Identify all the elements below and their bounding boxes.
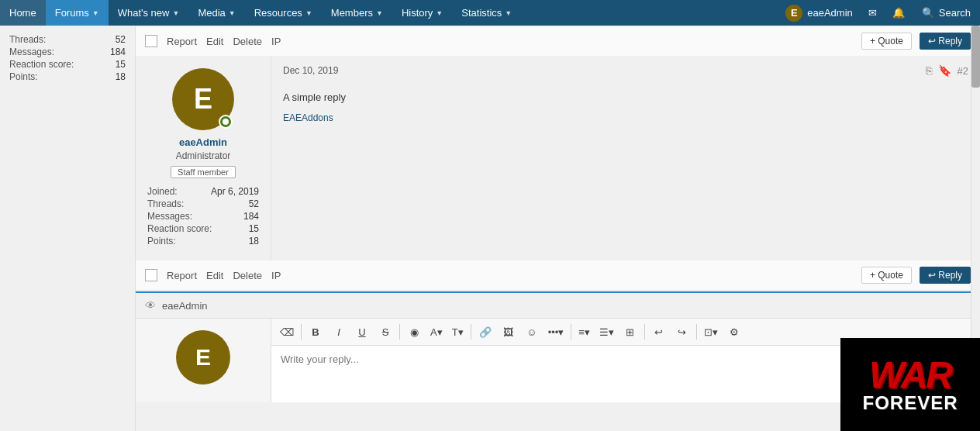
p2-quote-button[interactable]: + Quote bbox=[861, 267, 912, 284]
p2-delete-btn[interactable]: Delete bbox=[233, 270, 262, 281]
nav-user-avatar: E bbox=[785, 5, 802, 22]
edit-button-top[interactable]: Edit bbox=[206, 36, 223, 47]
nav-history-arrow: ▼ bbox=[436, 9, 443, 17]
toolbar-table-btn[interactable]: ⊞ bbox=[619, 322, 641, 342]
post-2-username[interactable]: eaeAdmin bbox=[143, 136, 263, 148]
toolbar-more-btn[interactable]: •••▾ bbox=[544, 322, 568, 342]
nav-user-name: eaeAdmin bbox=[807, 7, 853, 19]
toolbar-align-btn[interactable]: ≡▾ bbox=[575, 322, 594, 342]
toolbar-font-color-btn[interactable]: A▾ bbox=[426, 322, 447, 342]
post-actions-right-top: + Quote ↩ Reply bbox=[861, 33, 971, 50]
toolbar-emoji-btn[interactable]: ☺ bbox=[521, 322, 543, 342]
post-2-body: Dec 10, 2019 ⎘ 🔖 #2 A simple reply EAEAd… bbox=[271, 57, 980, 260]
toolbar-insert-btn[interactable]: ⊡▾ bbox=[700, 322, 722, 342]
toolbar-link-btn[interactable]: 🔗 bbox=[474, 322, 496, 342]
toolbar-strike-btn[interactable]: S bbox=[374, 322, 396, 342]
main-content: Threads: 52 Messages: 184 Reaction score… bbox=[0, 26, 980, 431]
p2-joined-label: Joined: bbox=[147, 186, 178, 197]
share-icon[interactable]: ⎘ bbox=[926, 64, 932, 77]
nav-resources[interactable]: Resources ▼ bbox=[245, 0, 322, 26]
p2-reaction-row: Reaction score: 15 bbox=[147, 223, 259, 234]
report-button-top[interactable]: Report bbox=[167, 36, 197, 47]
post-2-sidebar: E eaeAdmin Administrator Staff member Jo… bbox=[136, 57, 271, 260]
nav-members[interactable]: Members ▼ bbox=[322, 0, 392, 26]
first-post-checkbox[interactable] bbox=[145, 35, 157, 47]
stat-points-row: Points: 18 bbox=[9, 71, 126, 82]
p2-messages-value: 184 bbox=[243, 211, 259, 222]
reply-icon-top: ↩ bbox=[928, 36, 936, 47]
p2-points-label: Points: bbox=[147, 236, 176, 247]
stat-threads-row: Threads: 52 bbox=[9, 34, 126, 45]
eye-icon: 👁 bbox=[145, 299, 156, 312]
nav-forums-label: Forums bbox=[55, 7, 89, 19]
nav-members-arrow: ▼ bbox=[376, 9, 383, 17]
nav-whats-new[interactable]: What's new ▼ bbox=[109, 0, 189, 26]
p2-reply-button[interactable]: ↩ Reply bbox=[920, 267, 971, 284]
post-2-actions-right: + Quote ↩ Reply bbox=[861, 267, 971, 284]
nav-forums[interactable]: Forums ▼ bbox=[46, 0, 109, 26]
toolbar-underline-btn[interactable]: U bbox=[351, 322, 373, 342]
reply-icon-p2: ↩ bbox=[928, 270, 936, 281]
p2-reply-label: Reply bbox=[938, 270, 962, 281]
toolbar-bold-btn[interactable]: B bbox=[305, 322, 326, 342]
quote-button-top[interactable]: + Quote bbox=[861, 33, 912, 50]
reply-avatar-letter: E bbox=[195, 344, 211, 371]
toolbar-redo-btn[interactable]: ↪ bbox=[671, 322, 693, 342]
navbar: Home Forums ▼ What's new ▼ Media ▼ Resou… bbox=[0, 0, 980, 26]
reply-label-top: Reply bbox=[938, 36, 962, 47]
post-2-header: Dec 10, 2019 ⎘ 🔖 #2 bbox=[283, 64, 968, 82]
toolbar-sep-2 bbox=[399, 324, 400, 340]
toolbar-italic-btn[interactable]: I bbox=[328, 322, 350, 342]
nav-history[interactable]: History ▼ bbox=[392, 0, 452, 26]
messages-label: Messages: bbox=[9, 47, 54, 57]
left-sidebar: Threads: 52 Messages: 184 Reaction score… bbox=[0, 26, 136, 431]
first-post-actions: Report Edit Delete IP + Quote ↩ Reply bbox=[136, 26, 980, 57]
toolbar-sep-1 bbox=[301, 324, 302, 340]
toolbar-highlight-btn[interactable]: ◉ bbox=[403, 322, 425, 342]
toolbar-eraser-btn[interactable]: ⌫ bbox=[276, 322, 298, 342]
war-forever-banner: WAR FOREVER bbox=[840, 338, 980, 431]
post-2-actions: Report Edit Delete IP + Quote ↩ Reply bbox=[136, 260, 980, 291]
nav-history-label: History bbox=[402, 7, 433, 19]
nav-resources-arrow: ▼ bbox=[305, 9, 312, 17]
p2-reaction-label: Reaction score: bbox=[147, 223, 212, 234]
post-2-checkbox[interactable] bbox=[145, 269, 157, 281]
post-2-link[interactable]: EAEAddons bbox=[283, 112, 333, 123]
nav-statistics[interactable]: Statistics ▼ bbox=[452, 0, 521, 26]
scrollbar-thumb[interactable] bbox=[971, 26, 980, 88]
reply-username: eaeAdmin bbox=[162, 300, 208, 312]
ip-button-top[interactable]: IP bbox=[271, 36, 281, 47]
nav-members-label: Members bbox=[331, 7, 373, 19]
p2-threads-value: 52 bbox=[249, 198, 259, 209]
post-2-user-role: Administrator bbox=[143, 150, 263, 161]
nav-whats-new-arrow: ▼ bbox=[172, 9, 179, 17]
toolbar-sep-5 bbox=[644, 324, 645, 340]
p2-edit-btn[interactable]: Edit bbox=[206, 270, 223, 281]
nav-media[interactable]: Media ▼ bbox=[188, 0, 244, 26]
nav-statistics-arrow: ▼ bbox=[505, 9, 512, 17]
toolbar-undo-btn[interactable]: ↩ bbox=[648, 322, 670, 342]
reply-button-top[interactable]: ↩ Reply bbox=[920, 33, 971, 50]
nav-home[interactable]: Home bbox=[0, 0, 46, 26]
toolbar-font-size-btn[interactable]: T▾ bbox=[448, 322, 468, 342]
avatar-badge bbox=[219, 115, 233, 129]
nav-messages-icon[interactable]: ✉ bbox=[861, 0, 885, 26]
post-2-header-right: ⎘ 🔖 #2 bbox=[926, 64, 968, 77]
delete-button-top[interactable]: Delete bbox=[233, 36, 262, 47]
post-2-content: A simple reply bbox=[283, 90, 968, 105]
reaction-value: 15 bbox=[116, 59, 126, 70]
toolbar-list-btn[interactable]: ☰▾ bbox=[595, 322, 618, 342]
nav-alerts-icon[interactable]: 🔔 bbox=[885, 0, 913, 26]
toolbar-settings-btn[interactable]: ⚙ bbox=[723, 322, 745, 342]
bookmark-icon[interactable]: 🔖 bbox=[938, 64, 951, 77]
stat-messages-row: Messages: 184 bbox=[9, 47, 126, 57]
p2-ip-btn[interactable]: IP bbox=[271, 270, 281, 281]
post-number: #2 bbox=[958, 65, 968, 77]
p2-joined-row: Joined: Apr 6, 2019 bbox=[147, 186, 259, 197]
p2-report-btn[interactable]: Report bbox=[167, 270, 197, 281]
nav-statistics-label: Statistics bbox=[461, 7, 502, 19]
nav-user[interactable]: E eaeAdmin bbox=[778, 0, 861, 26]
toolbar-image-btn[interactable]: 🖼 bbox=[498, 322, 519, 342]
nav-search[interactable]: 🔍 Search bbox=[913, 0, 980, 26]
p2-reaction-value: 15 bbox=[249, 223, 259, 234]
